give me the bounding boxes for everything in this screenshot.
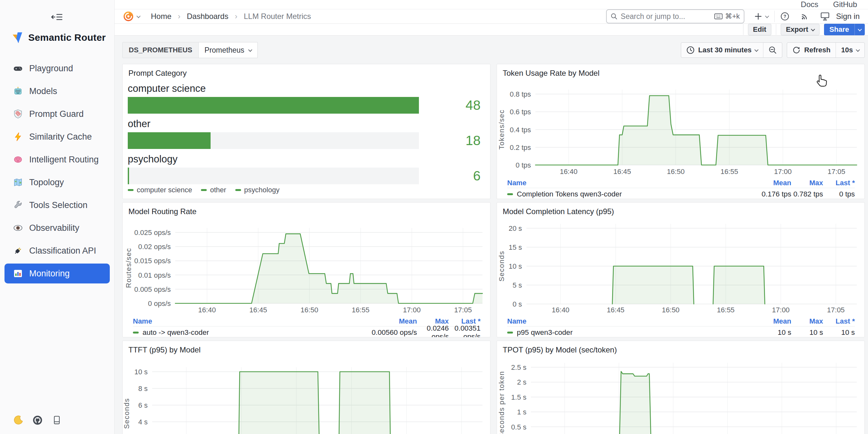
github-link[interactable]: GitHub — [833, 0, 857, 9]
legend-mean-value: 10 s — [743, 329, 791, 337]
edit-button[interactable]: Edit — [748, 24, 772, 35]
sidebar-item-playground[interactable]: Playground — [4, 58, 110, 78]
sidebar-item-topology[interactable]: Topology — [4, 173, 110, 192]
bar-track[interactable] — [128, 97, 419, 114]
svg-text:5 s: 5 s — [513, 281, 522, 289]
legend-header-mean[interactable]: Mean — [743, 179, 791, 187]
semantic-router-logo-icon — [12, 31, 23, 44]
legend-last-value: 0 tps — [823, 190, 855, 198]
legend-last-value: 10 s — [823, 329, 855, 337]
grafana-header: Home › Dashboards › LLM Router Metrics S… — [115, 9, 868, 24]
github-icon[interactable] — [32, 415, 43, 426]
sidebar-collapse-button[interactable] — [50, 12, 64, 22]
top-app-bar: Docs GitHub — [115, 0, 868, 9]
time-series-chart[interactable]: 0 s2 s4 s6 s8 s10 s16:4016:4516:5016:551… — [123, 355, 490, 434]
sidebar-item-label: Monitoring — [29, 269, 70, 279]
bar-value: 6 — [419, 167, 490, 184]
share-button[interactable]: Share — [824, 24, 865, 35]
help-icon[interactable]: ? — [780, 12, 789, 21]
zoom-out-button[interactable] — [763, 43, 782, 58]
svg-text:17:05: 17:05 — [828, 167, 845, 176]
eye-icon — [13, 223, 23, 233]
sidebar-item-observability[interactable]: Observability — [4, 218, 110, 238]
refresh-button[interactable]: Refresh — [787, 43, 836, 58]
search-input[interactable]: Search or jump to... ⌘+k — [606, 9, 744, 24]
add-new-chevron-icon[interactable] — [766, 15, 769, 18]
sidebar-item-intelligent-routing[interactable]: Intelligent Routing — [4, 150, 110, 169]
search-shortcut: ⌘+k — [714, 12, 740, 21]
time-series-chart[interactable]: 0 s5 s10 s15 s20 s16:4016:4516:5016:5517… — [497, 217, 865, 316]
legend-mean-value: 0.00560 ops/s — [369, 329, 417, 337]
legend-header-last[interactable]: Last * — [823, 317, 855, 326]
svg-text:Seconds per token: Seconds per token — [498, 371, 505, 434]
theme-toggle-moon-icon[interactable] — [13, 415, 24, 426]
svg-text:10 s: 10 s — [134, 368, 148, 376]
time-picker-group: Last 30 minutes — [681, 42, 782, 58]
monitor-icon[interactable] — [820, 12, 830, 21]
svg-text:1.5 s: 1.5 s — [511, 393, 526, 401]
legend-item[interactable]: psychology — [235, 186, 280, 194]
breadcrumb-home[interactable]: Home — [151, 12, 172, 21]
legend-header-name[interactable]: Name — [507, 179, 743, 187]
legend-row[interactable]: auto -> qwen3-coder 0.00560 ops/s 0.0246… — [133, 327, 480, 337]
svg-text:0.6 tps: 0.6 tps — [510, 108, 531, 116]
sidebar-item-models[interactable]: Models — [4, 81, 110, 101]
breadcrumb-dashboards[interactable]: Dashboards — [187, 12, 228, 21]
panel-legend: Name Mean Max Last * Completion Tokens q… — [497, 178, 865, 199]
datasource-select[interactable]: Prometheus — [199, 42, 258, 58]
svg-text:17:00: 17:00 — [772, 306, 790, 314]
time-series-chart[interactable]: 0 tps0.2 tps0.4 tps0.6 tps0.8 tps16:4016… — [497, 78, 865, 178]
legend-header-last[interactable]: Last * — [823, 179, 855, 187]
bar-track[interactable] — [128, 132, 419, 149]
main-area: Docs GitHub Home › Dashboards › LLM Rout… — [115, 0, 868, 434]
time-range-picker[interactable]: Last 30 minutes — [681, 43, 763, 58]
legend-row[interactable]: Completion Tokens qwen3-coder 0.176 tps … — [507, 188, 855, 199]
sidebar-item-classification-api[interactable]: Classification API — [4, 241, 110, 261]
sidebar-item-prompt-guard[interactable]: Prompt Guard — [4, 104, 110, 124]
sidebar-item-label: Prompt Guard — [29, 109, 84, 119]
sidebar-item-tools-selection[interactable]: Tools Selection — [4, 195, 110, 215]
time-series-chart[interactable]: 0 ops/s0.005 ops/s0.01 ops/s0.015 ops/s0… — [123, 217, 490, 316]
legend-max-value: 10 s — [791, 329, 823, 337]
svg-text:16:50: 16:50 — [667, 167, 685, 176]
news-rss-icon[interactable] — [800, 12, 809, 21]
time-series-chart[interactable]: 0 s0.5 s1 s1.5 s2 s2.5 s16:4016:4516:501… — [497, 355, 865, 434]
legend-row[interactable]: p95 qwen3-coder 10 s 10 s 10 s — [507, 327, 855, 337]
legend-header-mean[interactable]: Mean — [743, 317, 791, 326]
svg-text:2 s: 2 s — [517, 378, 526, 386]
export-button[interactable]: Export — [781, 24, 819, 35]
series-color-icon — [133, 332, 139, 334]
sidebar-item-label: Classification API — [29, 246, 96, 256]
grafana-logo-icon[interactable] — [123, 11, 134, 22]
bar-label: computer science — [128, 83, 490, 94]
panel-legend: Name Mean Max Last * auto -> qwen3-coder… — [123, 316, 490, 337]
bar-track[interactable] — [128, 167, 419, 184]
legend-header-name[interactable]: Name — [507, 317, 743, 326]
panel-title: Prompt Category — [123, 64, 490, 78]
legend-header-name[interactable]: Name — [133, 317, 369, 326]
legend-header-max[interactable]: Max — [791, 317, 823, 326]
docs-book-icon[interactable] — [51, 415, 62, 426]
legend-header-max[interactable]: Max — [791, 179, 823, 187]
sidebar-item-monitoring[interactable]: Monitoring — [4, 264, 110, 283]
svg-text:Seconds: Seconds — [498, 251, 505, 281]
docs-link[interactable]: Docs — [801, 0, 818, 9]
sidebar-item-label: Intelligent Routing — [29, 155, 98, 165]
robot-icon — [13, 86, 23, 96]
sidebar: Semantic Router Playground Models Prompt… — [0, 0, 115, 434]
legend-header-mean[interactable]: Mean — [369, 317, 417, 326]
refresh-interval-select[interactable]: 10s — [836, 43, 865, 58]
svg-text:16:40: 16:40 — [552, 306, 569, 314]
svg-text:17:00: 17:00 — [774, 167, 792, 176]
panel-title: Model Routing Rate — [123, 203, 490, 217]
breadcrumb-separator: › — [235, 12, 237, 21]
refresh-icon — [792, 46, 801, 54]
legend-item[interactable]: other — [201, 186, 226, 194]
sidebar-item-similarity-cache[interactable]: Similarity Cache — [4, 127, 110, 147]
sign-in-button[interactable]: Sign in — [836, 12, 860, 21]
share-chevron-icon[interactable] — [855, 24, 865, 35]
legend-item[interactable]: computer science — [128, 186, 192, 194]
panel-title: TPOT (p95) by Model (sec/token) — [497, 341, 865, 355]
add-new-button[interactable] — [754, 12, 763, 21]
org-switcher-chevron-icon[interactable] — [137, 15, 140, 18]
